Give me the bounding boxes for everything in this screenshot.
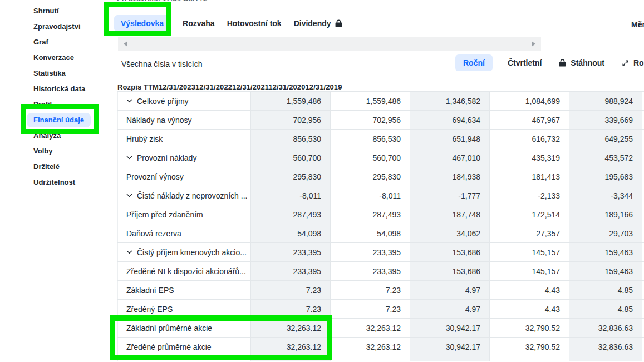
tab[interactable]: Dividendy (294, 19, 342, 28)
chevron-down-icon[interactable] (126, 250, 132, 254)
sidebar-item[interactable]: Graf (33, 38, 91, 46)
row-label-cell[interactable]: Hrubý zisk (117, 130, 250, 148)
row-label-cell[interactable]: Provozní výnosy (117, 167, 250, 186)
value-cell-ttm: 702,956 (250, 111, 330, 129)
row-label-cell[interactable]: Zředěné průměrné akcie (117, 338, 250, 356)
table-row[interactable]: Čistý příjem kmenových akcio... 233,395 … (117, 243, 644, 262)
table-row[interactable]: Základní průměrné akcie 32,263.12 32,263… (117, 319, 644, 338)
sidebar-item[interactable]: Volby (33, 147, 91, 155)
tab-label: Dividendy (294, 19, 331, 28)
row-label-cell[interactable]: Základní EPS (117, 281, 250, 299)
row-label: Hrubý zisk (126, 135, 163, 143)
table-row[interactable]: Základní EPS 7.23 7.23 4.97 4.43 4.85 (117, 281, 644, 300)
quarterly-button[interactable]: Čtvrtletní (508, 58, 542, 67)
row-label-cell[interactable]: Celkové příjmy (117, 92, 250, 110)
value-cell-2023: 1,559,486 (330, 92, 410, 110)
value-cell-2023: 233,395 (330, 262, 410, 280)
value-cell-2021: 32,790.52 (489, 319, 569, 337)
sidebar: ShrnutíZpravodajstvíGrafKonverzaceStatis… (33, 7, 91, 186)
sidebar-item[interactable]: Shrnutí (33, 7, 91, 15)
sidebar-item[interactable]: Konverzace (33, 54, 91, 62)
partial-row-cutoff (117, 356, 644, 361)
table-row[interactable]: Čisté náklady z neprovozních ... -8,011 … (117, 186, 644, 205)
chevron-down-icon[interactable] (126, 156, 132, 160)
value-cell-2022: 467,010 (410, 148, 489, 167)
chevron-down-icon[interactable] (126, 99, 132, 103)
value-cell-ttm: 295,830 (250, 167, 330, 186)
value-cell-2020: 453,572 (569, 148, 642, 167)
value-cell-2021: 32,790.52 (489, 338, 569, 356)
value-cell-2022: 30,942.17 (410, 338, 489, 356)
row-label-cell[interactable]: Čistý příjem kmenových akcio... (117, 243, 250, 261)
scroll-right-icon[interactable] (532, 41, 535, 47)
value-cell-2023: 702,956 (330, 111, 410, 129)
tab[interactable]: Výsledovka (114, 15, 170, 32)
value-cell-2020: 4.85 (569, 281, 642, 299)
value-cell-2023: 560,700 (330, 148, 410, 167)
value-cell-2021: 27,357 (489, 224, 569, 242)
table-row[interactable]: Provozní výnosy 295,830 295,830 184,938 … (117, 167, 644, 186)
value-cell-2020: -3,344 (569, 186, 642, 205)
value-cell-ttm: -8,011 (250, 186, 330, 205)
table-row[interactable]: Daňová rezerva 54,098 54,098 34,062 27,3… (117, 224, 644, 243)
tab[interactable]: Hotovostní tok (227, 19, 282, 28)
sidebar-item[interactable]: Statistika (33, 70, 91, 77)
table-row[interactable]: Provozní náklady 560,700 560,700 467,010… (117, 148, 644, 167)
row-label-cell[interactable]: Daňová rezerva (117, 224, 250, 242)
currency-note-fragment: Měn (631, 20, 644, 29)
table-row[interactable]: Zředěný EPS 7.23 7.23 4.97 4.43 4.85 (117, 300, 644, 319)
table-row[interactable]: Zředěné průměrné akcie 32,263.12 32,263.… (117, 338, 644, 356)
row-label-cell[interactable]: Čisté náklady z neprovozních ... (117, 186, 250, 205)
value-cell-2023: 54,098 (330, 224, 410, 242)
divider (550, 57, 550, 68)
row-label-cell[interactable]: Provozní náklady (117, 148, 250, 167)
value-cell-ttm: 7.23 (250, 281, 330, 299)
sidebar-item[interactable]: Udržitelnost (33, 178, 91, 186)
sidebar-item[interactable]: Držitelé (33, 163, 91, 171)
value-cell-2022: 4.97 (410, 281, 489, 299)
tab[interactable]: Rozvaha (183, 19, 215, 28)
download-button[interactable]: Stáhnout (559, 58, 604, 67)
cutoff-column-sliver (642, 262, 644, 280)
value-cell-2022: 153,686 (410, 262, 489, 280)
sidebar-item[interactable]: Historická data (33, 85, 91, 93)
scroll-left-icon[interactable] (124, 41, 127, 47)
row-label-cell[interactable]: Zředěný EPS (117, 300, 250, 318)
cutoff-column-sliver (642, 148, 644, 167)
row-label: Zředěné průměrné akcie (126, 343, 212, 351)
cutoff-column-sliver (642, 205, 644, 224)
value-cell-2022: 184,938 (410, 167, 489, 186)
table-row[interactable]: Celkové příjmy 1,559,486 1,559,486 1,346… (117, 92, 644, 111)
value-cell-2021: 172,514 (489, 205, 569, 224)
table-breakdown-header: Rozpis TTM12/31/202312/31/202212/31/2021… (117, 83, 342, 91)
row-label-cell[interactable]: Zředěné NI k dispozici akcionářů... (117, 262, 250, 280)
table-row[interactable]: Zředěné NI k dispozici akcionářů... 233,… (117, 262, 644, 281)
table-row[interactable]: Hrubý zisk 856,530 856,530 651,948 616,7… (117, 130, 644, 148)
sidebar-item[interactable]: Zpravodajství (33, 23, 91, 31)
sidebar-item[interactable]: Finanční údaje (27, 113, 91, 127)
value-cell-ttm: 54,098 (250, 224, 330, 242)
cutoff-column-sliver (642, 319, 644, 337)
value-cell-2021: 181,413 (489, 167, 569, 186)
sidebar-item[interactable]: Analýza (33, 132, 91, 140)
cutoff-column-sliver (642, 338, 644, 356)
row-label: Zředěný EPS (126, 305, 173, 314)
row-label-cell[interactable]: Příjem před zdaněním (117, 205, 250, 224)
value-cell-2020: 29,703 (569, 224, 642, 242)
value-cell-2020: 32,836.63 (569, 319, 642, 337)
row-label: Provozní náklady (137, 153, 196, 162)
value-cell-2022: 4.97 (410, 300, 489, 318)
expand-all-button[interactable]: Ro (622, 58, 644, 67)
table-row[interactable]: Náklady na výnosy 702,956 702,956 694,63… (117, 111, 644, 130)
horizontal-scrollbar[interactable] (118, 37, 541, 51)
lock-icon (335, 19, 342, 27)
row-label-cell[interactable]: Základní průměrné akcie (117, 319, 250, 337)
value-cell-2023: 32,263.12 (330, 338, 410, 356)
sidebar-item[interactable]: Profil (33, 101, 91, 108)
row-label-cell[interactable]: Náklady na výnosy (117, 111, 250, 129)
chevron-down-icon[interactable] (126, 194, 132, 197)
table-row[interactable]: Příjem před zdaněním 287,493 287,493 187… (117, 205, 644, 224)
download-label: Stáhnout (571, 58, 604, 67)
value-cell-2020: 4.85 (569, 300, 642, 318)
annual-button[interactable]: Roční (455, 54, 493, 71)
